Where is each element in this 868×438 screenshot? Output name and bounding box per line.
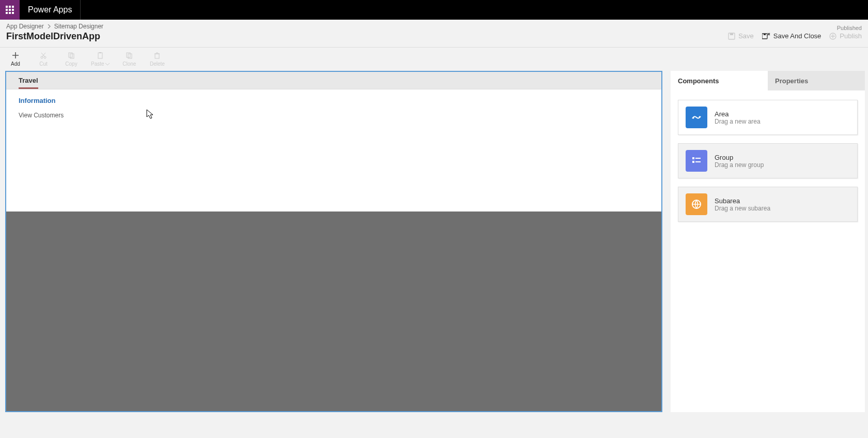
subarea-icon [686, 193, 707, 215]
header-row: App Designer Sitemap Designer FirstModel… [0, 20, 868, 48]
top-bar: Power Apps [0, 0, 868, 20]
status-badge: Published [837, 25, 862, 31]
svg-rect-1 [730, 33, 733, 35]
group-title-information[interactable]: Information [19, 97, 649, 104]
plus-icon [12, 51, 19, 60]
canvas-empty-area[interactable] [6, 212, 661, 411]
right-panel: Components Properties Area Drag a new ar… [671, 71, 865, 412]
delete-label: Delete [150, 61, 165, 67]
component-group[interactable]: Group Drag a new group [678, 143, 858, 178]
paste-button: Paste [88, 50, 113, 68]
save-close-icon [762, 33, 770, 40]
save-button: Save [728, 32, 754, 40]
area-bar: Travel [6, 72, 661, 89]
tab-components[interactable]: Components [671, 71, 768, 90]
cut-label: Cut [39, 61, 48, 67]
copy-button: Copy [60, 50, 83, 68]
svg-rect-18 [692, 161, 694, 163]
svg-rect-9 [98, 53, 102, 58]
svg-point-14 [693, 117, 694, 119]
component-subarea-desc: Drag a new subarea [715, 205, 770, 212]
component-area-desc: Drag a new area [715, 118, 761, 125]
sitemap-canvas[interactable]: Travel Information View Customers [5, 71, 662, 412]
breadcrumb: App Designer Sitemap Designer [6, 23, 103, 30]
save-label: Save [738, 32, 754, 40]
group-panel[interactable]: Information View Customers [6, 89, 661, 212]
svg-rect-10 [99, 52, 101, 53]
svg-rect-17 [695, 158, 701, 159]
svg-rect-16 [692, 157, 694, 159]
add-button[interactable]: Add [4, 50, 27, 68]
copy-label: Copy [65, 61, 77, 67]
component-group-title: Group [715, 154, 764, 161]
component-area-title: Area [715, 110, 761, 118]
waffle-icon [6, 6, 14, 14]
svg-rect-19 [695, 161, 701, 162]
area-icon [686, 107, 707, 128]
subarea-view-customers[interactable]: View Customers [19, 112, 649, 119]
component-area[interactable]: Area Drag a new area [678, 100, 858, 135]
copy-icon [68, 51, 75, 60]
svg-point-5 [41, 56, 43, 58]
app-launcher-button[interactable] [0, 0, 20, 20]
delete-button: Delete [146, 50, 168, 68]
scissors-icon [40, 51, 47, 60]
clipboard-icon [97, 51, 104, 60]
svg-rect-3 [764, 34, 766, 35]
trash-icon [153, 51, 161, 60]
chevron-right-icon [47, 23, 51, 30]
group-icon [686, 150, 707, 172]
page-title: FirstModelDrivenApp [6, 31, 103, 42]
cut-button: Cut [32, 50, 55, 68]
component-group-desc: Drag a new group [715, 161, 764, 169]
svg-point-6 [44, 56, 46, 58]
publish-label: Publish [840, 32, 862, 40]
clone-label: Clone [122, 61, 136, 67]
save-close-label: Save And Close [773, 32, 822, 40]
toolbar: Add Cut Copy Paste Clone Delete [0, 48, 868, 71]
svg-point-15 [699, 116, 701, 118]
tab-properties[interactable]: Properties [768, 71, 865, 90]
clone-button: Clone [118, 50, 141, 68]
publish-button: Publish [829, 32, 862, 40]
add-label: Add [11, 61, 20, 67]
save-icon [728, 33, 735, 40]
clone-icon [126, 51, 133, 60]
component-subarea-title: Subarea [715, 197, 770, 205]
paste-label: Paste [91, 61, 110, 67]
save-and-close-button[interactable]: Save And Close [762, 32, 822, 40]
svg-rect-13 [155, 54, 159, 58]
breadcrumb-sitemap-designer[interactable]: Sitemap Designer [54, 23, 103, 30]
brand-label: Power Apps [20, 0, 81, 20]
area-tab-travel[interactable]: Travel [19, 77, 38, 89]
breadcrumb-app-designer[interactable]: App Designer [6, 23, 44, 30]
component-subarea[interactable]: Subarea Drag a new subarea [678, 187, 858, 222]
publish-icon [829, 33, 836, 40]
